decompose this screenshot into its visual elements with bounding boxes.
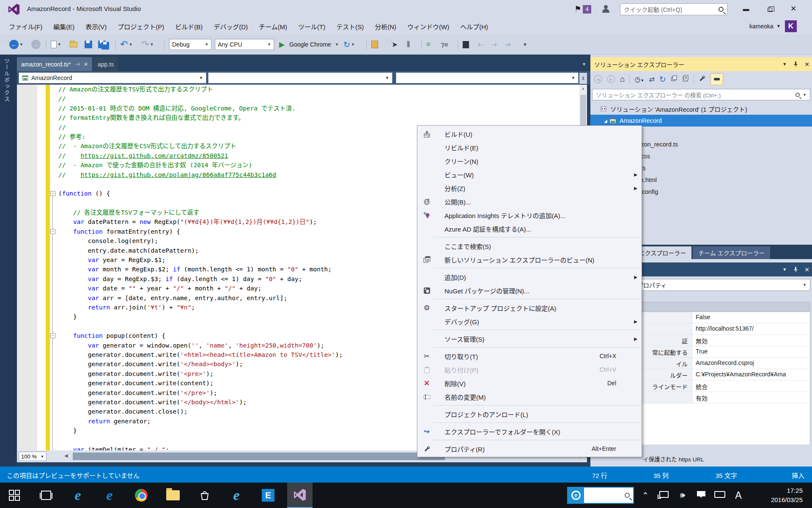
taskbar-ie-icon[interactable]: e: [65, 483, 91, 508]
nav-member-dropdown[interactable]: ▼: [396, 72, 579, 83]
context-menu-item-名前の変更[interactable]: 名前の変更(M): [417, 390, 642, 403]
property-value[interactable]: 無効: [692, 335, 810, 346]
start-debug-button[interactable]: ▶: [279, 39, 285, 50]
fold-marker-icon[interactable]: −: [50, 191, 55, 196]
tab-amazon-record-ts[interactable]: amazon_record.ts* ⊣ ✕: [17, 57, 92, 71]
fold-marker-icon[interactable]: −: [50, 333, 55, 338]
signed-in-user[interactable]: kameoka: [749, 23, 774, 30]
taskbar-task-view-icon[interactable]: [33, 483, 59, 508]
context-menu-item-Application Insights テレメトリの追加[interactable]: Application Insights テレメトリの追加(A)...: [417, 208, 642, 222]
context-menu-item-Azure AD 認証を構成する[interactable]: Azure AD 認証を構成する(A)...: [417, 222, 642, 235]
menu-表示[interactable]: 表示(V): [80, 19, 112, 33]
feedback-person-icon[interactable]: [602, 5, 612, 14]
property-value[interactable]: False: [692, 312, 810, 323]
context-menu-item-NuGet パッケージの管理[interactable]: NuGet パッケージの管理(N)...: [417, 284, 642, 297]
taskbar-store-icon[interactable]: [192, 483, 217, 508]
pin-icon[interactable]: [793, 61, 798, 67]
pin-icon[interactable]: [793, 266, 798, 273]
collapse-all-icon[interactable]: [671, 75, 678, 83]
pin-icon[interactable]: ⊣: [75, 61, 80, 67]
context-menu-item-ソース管理[interactable]: ソース管理(S)▶: [417, 332, 642, 345]
taskbar-ie-2-icon[interactable]: e: [224, 483, 249, 508]
context-menu-item-スタートアップ プロジェクトに設定[interactable]: ⚙スタートアップ プロジェクトに設定(A): [417, 301, 642, 315]
property-value[interactable]: AmazonRecord.csproj: [692, 358, 810, 369]
context-menu-item-ビルド[interactable]: ビルド(U): [417, 127, 642, 141]
tree-item-ソリューションAmazonRecord1プロジェクト[interactable]: ソリューション 'AmazonRecord' (1 プロジェクト): [590, 103, 812, 115]
code-line-1[interactable]: // Amazonの注文履歴をTSV形式で出力するスクリプト: [58, 85, 579, 94]
home-icon[interactable]: ⌂: [620, 75, 625, 84]
refresh-icon[interactable]: ↻: [659, 75, 666, 84]
run-target-caret[interactable]: ▼: [334, 39, 339, 50]
taskbar-edge-icon[interactable]: e: [97, 483, 122, 508]
indent-guide-button[interactable]: ⫼: [407, 39, 410, 50]
menu-編集[interactable]: 編集(E): [48, 19, 80, 33]
user-avatar[interactable]: K: [785, 20, 797, 32]
volume-icon[interactable]: 🕪: [673, 491, 692, 500]
property-value[interactable]: 統合: [692, 381, 810, 392]
context-menu-item-デバッグ[interactable]: デバッグ(G)▶: [417, 315, 642, 328]
menu-ヘルプ[interactable]: ヘルプ(H): [455, 19, 494, 33]
close-tab-icon[interactable]: ✕: [84, 61, 88, 67]
menu-デバッグ[interactable]: デバッグ(D): [208, 19, 253, 33]
scroll-left-arrow[interactable]: ◀: [64, 453, 68, 458]
debug-configuration-dropdown[interactable]: Debug▼: [169, 39, 211, 50]
uncomment-lines-button[interactable]: ⁊≡: [441, 39, 448, 50]
run-target-label[interactable]: Google Chrome: [289, 41, 331, 48]
taskbar-visual-studio-icon[interactable]: [287, 483, 313, 508]
taskbar-start-icon[interactable]: [2, 483, 27, 508]
touch-keyboard-icon[interactable]: [710, 491, 729, 500]
redo-button[interactable]: ↷▼: [141, 39, 154, 50]
menu-ウィンドウ[interactable]: ウィンドウ(W): [402, 19, 455, 33]
menu-チーム[interactable]: チーム(M): [253, 19, 293, 33]
restore-button[interactable]: [760, 3, 779, 15]
menu-ファイル[interactable]: ファイル(F): [3, 19, 48, 33]
bookmark-button[interactable]: [463, 39, 469, 50]
properties-pages-icon[interactable]: [682, 75, 689, 83]
wrench-icon[interactable]: [699, 75, 706, 84]
menu-分析[interactable]: 分析(N): [369, 19, 402, 33]
quick-launch-input[interactable]: クイック起動 (Ctrl+Q): [620, 3, 727, 15]
selection-mode-button[interactable]: ➤: [392, 39, 398, 50]
nav-type-dropdown[interactable]: ▼: [208, 72, 392, 83]
menu-ツール[interactable]: ツール(T): [293, 19, 331, 33]
context-menu-item-切り取り[interactable]: ✂切り取り(T)Ctrl+X: [417, 349, 642, 363]
context-menu-item-エクスプローラーでフォルダーを開く[interactable]: ↪エクスプローラーでフォルダーを開く(X): [417, 425, 642, 438]
context-menu-item-公開[interactable]: 公開(B)...: [417, 195, 642, 208]
toolbox-vertical-tab[interactable]: ツールボックス: [3, 58, 11, 102]
property-value[interactable]: http://localhost:51367/: [692, 323, 810, 334]
toolbar-grip[interactable]: ⋮⋮: [386, 40, 387, 49]
pending-changes-filter-icon[interactable]: ◷▼: [634, 75, 644, 83]
back-icon[interactable]: ◀: [594, 75, 602, 83]
context-menu-item-追加[interactable]: 追加(D)▶: [417, 270, 642, 284]
save-all-button[interactable]: [98, 39, 109, 50]
close-panel-icon[interactable]: ✕: [804, 266, 809, 273]
tray-chevron-up-icon[interactable]: ⌃: [636, 491, 655, 500]
nav-project-dropdown[interactable]: AmazonRecord▼: [19, 72, 206, 83]
platform-dropdown[interactable]: Any CPU▼: [215, 39, 274, 50]
status-insert-mode[interactable]: 挿入: [792, 471, 804, 480]
window-position-caret-icon[interactable]: ▼: [782, 267, 787, 272]
context-menu-item-貼り付け[interactable]: 貼り付け(P)Ctrl+V: [417, 363, 642, 376]
solution-explorer-title-bar[interactable]: ソリューション エクスプローラー ▼ ✕: [590, 57, 812, 71]
context-menu-item-削除[interactable]: ✕削除(V)Del: [417, 376, 642, 390]
sync-with-active-document-icon[interactable]: ⇄: [649, 75, 654, 83]
tree-item-AmazonRecord[interactable]: ◢AmazonRecord: [590, 115, 812, 127]
editor-split-handle[interactable]: ⇕: [579, 73, 587, 84]
code-line-3[interactable]: // 2015-01-01 時点での DOM 構造に対応, GoogleCrom…: [58, 104, 579, 113]
code-line-2[interactable]: //: [58, 94, 579, 103]
context-menu-item-ビュー[interactable]: ビュー(W)▶: [417, 168, 642, 181]
horizontal-scroll-thumb[interactable]: [73, 453, 445, 460]
property-value[interactable]: True: [692, 346, 810, 357]
menu-ビルド[interactable]: ビルド(B): [170, 19, 208, 33]
context-menu-item-新しいソリューション エクスプローラーのビュー[interactable]: 新しいソリューション エクスプローラーのビュー(N): [417, 253, 642, 266]
scroll-up-arrow[interactable]: ▲: [579, 85, 587, 92]
tab-team-explorer[interactable]: チーム エクスプローラー: [693, 246, 770, 259]
user-dropdown-caret-icon[interactable]: ▼: [776, 24, 781, 28]
menu-テスト[interactable]: テスト(S): [331, 19, 369, 33]
comment-lines-button[interactable]: ≡: [426, 39, 430, 50]
tab-app-ts[interactable]: app.ts: [93, 57, 118, 71]
preview-selected-items-toggle[interactable]: [710, 73, 723, 85]
fold-marker-icon[interactable]: −: [50, 229, 55, 234]
prev-bookmark-button[interactable]: ⇠: [478, 39, 483, 50]
window-position-caret-icon[interactable]: ▼: [782, 62, 787, 66]
